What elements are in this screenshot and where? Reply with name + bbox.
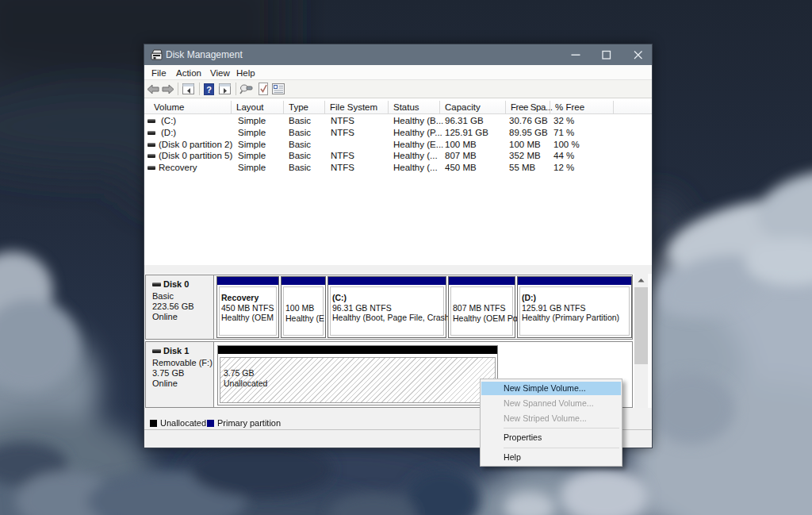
svg-text:?: ? bbox=[206, 85, 212, 94]
